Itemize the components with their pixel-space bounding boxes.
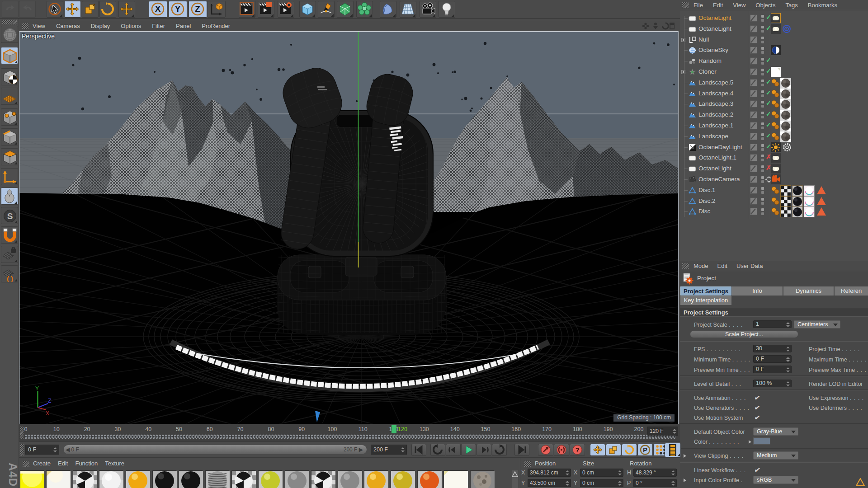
svg-text:X: X <box>155 4 161 14</box>
svg-text:Z: Z <box>195 4 200 14</box>
svg-text:Z: Z <box>48 398 51 404</box>
svg-text:S: S <box>7 211 13 221</box>
svg-text:?: ? <box>575 446 579 454</box>
svg-text:( ): ( ) <box>7 275 13 282</box>
svg-text:Y: Y <box>35 385 39 392</box>
svg-text:Y: Y <box>175 4 181 14</box>
svg-text:P: P <box>643 446 647 454</box>
svg-text:X: X <box>46 410 49 417</box>
